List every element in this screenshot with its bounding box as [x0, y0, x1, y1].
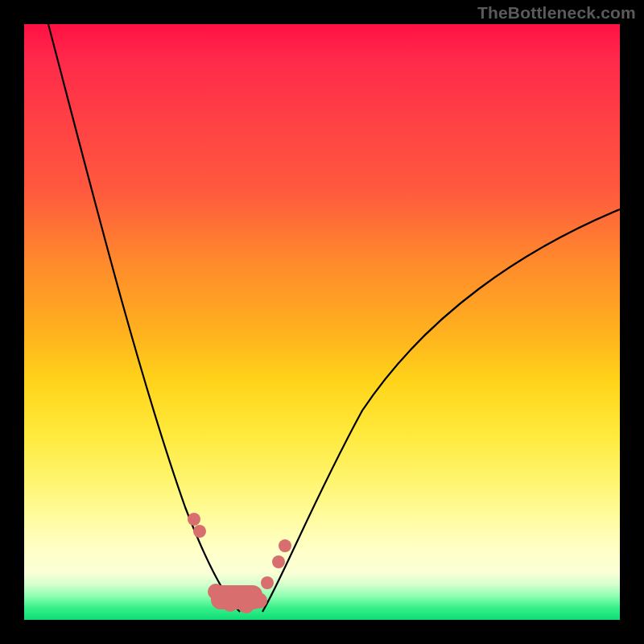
chart-stage: TheBottleneck.com — [0, 0, 644, 644]
watermark-text: TheBottleneck.com — [477, 3, 636, 23]
svg-point-4 — [222, 596, 238, 612]
svg-point-1 — [193, 525, 206, 538]
svg-point-9 — [279, 539, 291, 552]
svg-point-7 — [261, 576, 274, 589]
marker-cluster — [188, 513, 291, 613]
svg-point-3 — [208, 584, 224, 600]
plot-area — [24, 24, 620, 620]
svg-point-6 — [251, 592, 267, 609]
curve-right — [262, 209, 620, 612]
svg-point-0 — [188, 513, 200, 526]
svg-point-8 — [272, 555, 285, 568]
curve-left — [48, 24, 240, 612]
chart-svg — [24, 24, 620, 620]
